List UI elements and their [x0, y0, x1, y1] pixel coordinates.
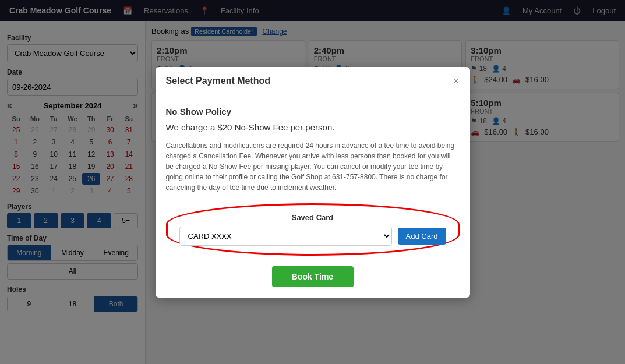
modal-close-button[interactable]: ×	[453, 75, 460, 87]
saved-card-label: Saved Card	[179, 213, 446, 222]
saved-card-section: Saved Card CARD XXXX Add Card	[166, 203, 460, 256]
add-card-button[interactable]: Add Card	[398, 228, 446, 245]
saved-card-row: CARD XXXX Add Card	[179, 227, 446, 246]
no-show-policy-text: Cancellations and modifications are requ…	[166, 140, 460, 193]
card-select[interactable]: CARD XXXX	[179, 227, 392, 246]
no-show-heading: No Show Policy	[166, 107, 460, 116]
no-show-fee: We charge a $20 No-Show Fee per person.	[166, 122, 460, 132]
modal-title: Select Payment Method	[166, 76, 271, 86]
modal-body: No Show Policy We charge a $20 No-Show F…	[156, 96, 470, 298]
modal-overlay: Select Payment Method × No Show Policy W…	[0, 0, 625, 364]
payment-modal: Select Payment Method × No Show Policy W…	[156, 67, 470, 298]
modal-header: Select Payment Method ×	[156, 67, 470, 96]
book-time-button[interactable]: Book Time	[272, 266, 354, 287]
